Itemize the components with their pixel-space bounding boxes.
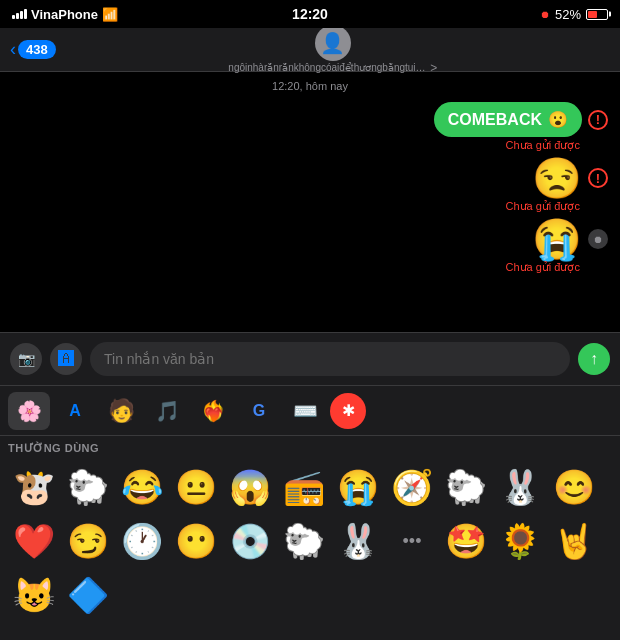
- extra-icon: ✱: [342, 401, 355, 420]
- battery-fill: [588, 11, 597, 18]
- pending-spinner-icon: ⏺: [593, 234, 603, 245]
- camera-button[interactable]: 📷: [10, 343, 42, 375]
- back-button[interactable]: ‹ 438: [10, 39, 56, 60]
- emoji-tool-keyboard[interactable]: ⌨️: [284, 392, 326, 430]
- message-row-3: 😭 ⏺ Chưa gửi được: [506, 219, 608, 274]
- message-text-1: COMEBACK: [448, 111, 542, 129]
- emoji-tool-sticker[interactable]: ❤️‍🔥: [192, 392, 234, 430]
- message-input[interactable]: [90, 342, 570, 376]
- message-bubble-row-3: 😭 ⏺: [532, 219, 608, 259]
- nav-center: 👤 ngôinhàrắnrắnkhôngcóaiđểthươngbằngtui …: [56, 25, 610, 75]
- emoji-cell[interactable]: 😊: [548, 461, 600, 513]
- emoji-cell[interactable]: 🤩: [440, 515, 492, 567]
- status-right: ⏺ 52%: [540, 7, 608, 22]
- message-pending-icon-3[interactable]: ⏺: [588, 229, 608, 249]
- appstore-icon: 🅰: [58, 350, 74, 368]
- message-bubble-row-2: 😒 !: [532, 158, 608, 198]
- emoji-cell[interactable]: 🕐: [116, 515, 168, 567]
- emoji-cell[interactable]: 🐑: [440, 461, 492, 513]
- wifi-icon: 📶: [102, 7, 118, 22]
- emoji-toolbar: 🌸 A 🧑 🎵 ❤️‍🔥 G ⌨️ ✱: [0, 386, 620, 436]
- emoji-cell[interactable]: 😭: [332, 461, 384, 513]
- emoji-cell[interactable]: 🐰: [332, 515, 384, 567]
- emoji-cell[interactable]: 😂: [116, 461, 168, 513]
- chat-timestamp: 12:20, hôm nay: [12, 80, 608, 92]
- emoji-cell[interactable]: 🌻: [494, 515, 546, 567]
- message-status-1: Chưa gửi được: [506, 139, 608, 152]
- emoji-section-title: THƯỜNG DÙNG: [8, 442, 612, 455]
- appstore-small-icon: A: [69, 402, 81, 420]
- google-icon: G: [253, 402, 265, 420]
- photos-icon: 🌸: [17, 399, 42, 423]
- signal-icon: [12, 9, 27, 19]
- emoji-cell[interactable]: ❤️: [8, 515, 60, 567]
- emoji-cell[interactable]: 🐑: [62, 461, 114, 513]
- message-status-2: Chưa gửi được: [506, 200, 608, 213]
- status-time: 12:20: [292, 6, 328, 22]
- message-error-icon-1[interactable]: !: [588, 110, 608, 130]
- avatar[interactable]: 👤: [315, 25, 351, 61]
- emoji-cell[interactable]: 🤘: [548, 515, 600, 567]
- battery-icon: [586, 9, 608, 20]
- emoji-cell[interactable]: 💿: [224, 515, 276, 567]
- emoji-cell[interactable]: 🧭: [386, 461, 438, 513]
- emoji-cell[interactable]: 😐: [170, 461, 222, 513]
- emoji-grid: 🐮 🐑 😂 😐 😱 📻 😭 🧭 🐑 🐰 😊 ❤️ 😏 🕐 😶 💿 🐑 🐰 •••…: [8, 461, 612, 621]
- message-emoji-1: 😮: [548, 110, 568, 129]
- avatar-icon: 👤: [320, 31, 345, 55]
- emoji-cell[interactable]: 😶: [170, 515, 222, 567]
- emoji-cell[interactable]: 🐮: [8, 461, 60, 513]
- emoji-cell[interactable]: 🔷: [62, 569, 114, 621]
- message-bubble-1[interactable]: COMEBACK 😮: [434, 102, 582, 137]
- sticker-icon: ❤️‍🔥: [201, 399, 226, 423]
- message-error-icon-2[interactable]: !: [588, 168, 608, 188]
- emoji-cell[interactable]: 😺: [8, 569, 60, 621]
- emoji-cell[interactable]: 😏: [62, 515, 114, 567]
- status-left: VinaPhone 📶: [12, 7, 118, 22]
- emoji-tool-music[interactable]: 🎵: [146, 392, 188, 430]
- keyboard-icon: ⌨️: [293, 399, 318, 423]
- send-icon: ↑: [590, 350, 598, 368]
- chat-area: 12:20, hôm nay COMEBACK 😮 ! Chưa gửi đượ…: [0, 72, 620, 332]
- status-bar: VinaPhone 📶 12:20 ⏺ 52%: [0, 0, 620, 28]
- input-area: 📷 🅰 ↑: [0, 332, 620, 386]
- send-button[interactable]: ↑: [578, 343, 610, 375]
- back-chevron-icon: ‹: [10, 39, 16, 60]
- emoji-cell[interactable]: 🐰: [494, 461, 546, 513]
- appstore-button[interactable]: 🅰: [50, 343, 82, 375]
- record-icon: ⏺: [540, 9, 550, 20]
- memoji-icon: 🧑: [108, 398, 135, 424]
- emoji-tool-appstore[interactable]: A: [54, 392, 96, 430]
- emoji-cell[interactable]: 😱: [224, 461, 276, 513]
- emoji-tool-photos[interactable]: 🌸: [8, 392, 50, 430]
- emoji-tool-google[interactable]: G: [238, 392, 280, 430]
- nav-chevron-icon: >: [430, 61, 437, 75]
- back-count-badge[interactable]: 438: [18, 40, 56, 59]
- camera-icon: 📷: [18, 351, 35, 367]
- contact-name[interactable]: ngôinhàrắnrắnkhôngcóaiđểthươngbằngtui 🌟: [228, 62, 428, 73]
- nav-bar: ‹ 438 👤 ngôinhàrắnrắnkhôngcóaiđểthươngbằ…: [0, 28, 620, 72]
- emoji-cell[interactable]: 🐑: [278, 515, 330, 567]
- emoji-cell[interactable]: •••: [386, 515, 438, 567]
- emoji-tool-memoji[interactable]: 🧑: [100, 392, 142, 430]
- emoji-cell[interactable]: 📻: [278, 461, 330, 513]
- carrier-name: VinaPhone: [31, 7, 98, 22]
- battery-percent: 52%: [555, 7, 581, 22]
- emoji-keyboard: THƯỜNG DÙNG 🐮 🐑 😂 😐 😱 📻 😭 🧭 🐑 🐰 😊 ❤️ 😏 🕐…: [0, 436, 620, 640]
- message-row-1: COMEBACK 😮 ! Chưa gửi được: [434, 102, 608, 152]
- message-bubble-row-1: COMEBACK 😮 !: [434, 102, 608, 137]
- music-icon: 🎵: [155, 399, 180, 423]
- message-row-2: 😒 ! Chưa gửi được: [506, 158, 608, 213]
- message-emoji-3[interactable]: 😭: [532, 219, 582, 259]
- emoji-tool-extra[interactable]: ✱: [330, 393, 366, 429]
- message-status-3: Chưa gửi được: [506, 261, 608, 274]
- message-emoji-2[interactable]: 😒: [532, 158, 582, 198]
